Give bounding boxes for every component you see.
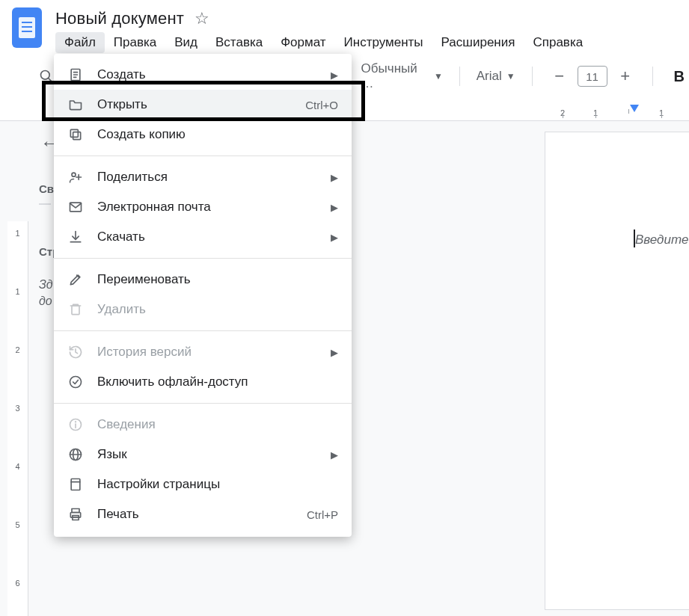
menu-format[interactable]: Формат xyxy=(272,32,334,53)
submenu-arrow-icon: ▶ xyxy=(331,202,338,213)
menu-item-label: Переименовать xyxy=(97,272,338,287)
page-icon xyxy=(67,477,84,492)
menu-separator xyxy=(54,258,352,259)
download-icon xyxy=(67,230,84,244)
file-menu-item[interactable]: ОткрытьCtrl+O xyxy=(54,90,352,120)
menu-separator xyxy=(54,403,352,404)
menu-file[interactable]: Файл xyxy=(55,32,105,53)
header-main: Новый документ ☆ Файл Правка Вид Вставка… xyxy=(55,7,689,54)
menu-help[interactable]: Справка xyxy=(524,32,592,53)
chevron-down-icon: ▼ xyxy=(506,71,515,81)
menu-item-label: Поделиться xyxy=(97,170,317,185)
file-menu-item[interactable]: Поделиться▶ xyxy=(54,162,352,192)
menubar: Файл Правка Вид Вставка Формат Инструмен… xyxy=(55,31,689,54)
menu-item-label: Печать xyxy=(97,507,293,522)
file-menu-item: Удалить xyxy=(54,295,352,324)
history-icon xyxy=(67,345,84,360)
globe-icon xyxy=(67,447,84,462)
outline-divider xyxy=(39,203,51,205)
ruler-tick: 2 xyxy=(7,345,28,354)
menu-item-label: Создать xyxy=(97,67,317,82)
ruler-tick: 2 xyxy=(546,108,579,117)
menu-edit[interactable]: Правка xyxy=(105,32,165,53)
ruler-tick: 1 xyxy=(7,287,28,296)
doc-icon xyxy=(67,67,84,82)
vertical-ruler[interactable]: 1 1 2 3 4 5 6 xyxy=(7,221,28,616)
rename-icon xyxy=(67,272,84,287)
font-size-input[interactable]: 11 xyxy=(578,66,607,87)
menu-view[interactable]: Вид xyxy=(165,32,206,53)
submenu-arrow-icon: ▶ xyxy=(331,347,338,358)
file-menu-item[interactable]: Скачать▶ xyxy=(54,222,352,252)
svg-point-17 xyxy=(76,422,76,422)
submenu-arrow-icon: ▶ xyxy=(331,449,338,461)
menu-separator xyxy=(54,155,352,156)
menu-item-label: Открыть xyxy=(97,97,292,112)
ruler-tick: 1 xyxy=(579,108,612,117)
file-menu-item[interactable]: Создать копию xyxy=(54,120,352,150)
svg-point-14 xyxy=(70,377,82,388)
file-menu-dropdown: Создать▶ОткрытьCtrl+OСоздать копиюПодели… xyxy=(54,54,352,537)
ruler-tick: 4 xyxy=(7,462,28,471)
menu-insert[interactable]: Вставка xyxy=(206,32,272,53)
share-icon xyxy=(67,170,84,185)
file-menu-item[interactable]: ПечатьCtrl+P xyxy=(54,499,352,529)
copy-icon xyxy=(67,127,84,142)
menu-item-label: Скачать xyxy=(97,230,317,244)
paragraph-style-label: Обычный … xyxy=(361,61,429,91)
menu-item-label: Удалить xyxy=(97,302,338,317)
ruler-tick: 3 xyxy=(7,404,28,413)
menu-item-label: Электронная почта xyxy=(97,200,317,215)
page-placeholder: Введите xyxy=(635,232,689,247)
menu-item-shortcut: Ctrl+P xyxy=(307,508,338,521)
menu-tools[interactable]: Инструменты xyxy=(335,32,432,53)
indent-marker-icon[interactable] xyxy=(630,105,639,112)
ruler-tick: 1 xyxy=(645,108,678,117)
file-menu-item[interactable]: Переименовать xyxy=(54,265,352,295)
menu-item-label: Включить офлайн-доступ xyxy=(97,375,338,389)
trash-icon xyxy=(67,302,84,317)
ruler-tick: 6 xyxy=(7,579,28,588)
toolbar-divider xyxy=(459,67,460,86)
svg-rect-7 xyxy=(70,129,78,137)
menu-extensions[interactable]: Расширения xyxy=(432,32,524,53)
menu-item-label: Настройки страницы xyxy=(97,477,338,492)
font-family-label: Arial xyxy=(477,69,502,84)
submenu-arrow-icon: ▶ xyxy=(331,70,338,81)
file-menu-item[interactable]: Включить офлайн-доступ xyxy=(54,367,352,397)
svg-line-1 xyxy=(49,78,52,81)
menu-item-label: История версий xyxy=(97,345,317,360)
font-size-decrease[interactable]: − xyxy=(549,66,570,87)
svg-point-8 xyxy=(72,173,76,176)
file-menu-item[interactable]: Создать▶ xyxy=(54,60,352,90)
file-menu-item[interactable]: Настройки страницы xyxy=(54,469,352,499)
bold-button[interactable]: B xyxy=(670,68,689,85)
document-page[interactable]: Введите xyxy=(545,132,689,610)
menu-item-label: Язык xyxy=(97,447,317,462)
docs-logo[interactable] xyxy=(12,7,42,48)
svg-rect-21 xyxy=(71,479,80,490)
ruler-tick: 1 xyxy=(7,229,28,238)
submenu-arrow-icon: ▶ xyxy=(331,232,338,243)
font-family-dropdown[interactable]: Arial ▼ xyxy=(477,69,515,84)
toolbar-divider xyxy=(532,67,533,86)
menu-separator xyxy=(54,330,352,331)
star-icon[interactable]: ☆ xyxy=(195,10,209,27)
paragraph-style-dropdown[interactable]: Обычный … ▼ xyxy=(361,61,443,91)
folder-icon xyxy=(67,97,84,112)
info-icon xyxy=(67,417,84,432)
file-menu-item: История версий▶ xyxy=(54,337,352,367)
offline-icon xyxy=(67,375,84,389)
file-menu-item: Сведения xyxy=(54,410,352,440)
document-title[interactable]: Новый документ xyxy=(55,9,184,28)
app-header: Новый документ ☆ Файл Правка Вид Вставка… xyxy=(0,0,689,54)
print-icon xyxy=(67,507,84,522)
outline-empty-text: Зддо xyxy=(39,277,53,310)
file-menu-item[interactable]: Электронная почта▶ xyxy=(54,192,352,222)
svg-rect-6 xyxy=(73,132,81,140)
svg-rect-13 xyxy=(72,306,79,315)
file-menu-item[interactable]: Язык▶ xyxy=(54,440,352,469)
ruler-tick: 5 xyxy=(7,520,28,529)
outline-heading: Св xyxy=(39,182,54,195)
font-size-increase[interactable]: + xyxy=(615,66,636,87)
